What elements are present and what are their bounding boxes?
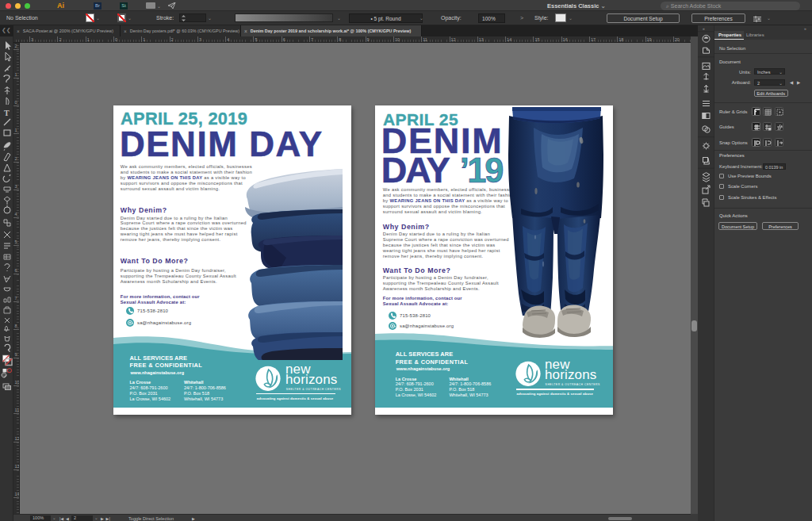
svg-text:T: T — [4, 109, 10, 117]
